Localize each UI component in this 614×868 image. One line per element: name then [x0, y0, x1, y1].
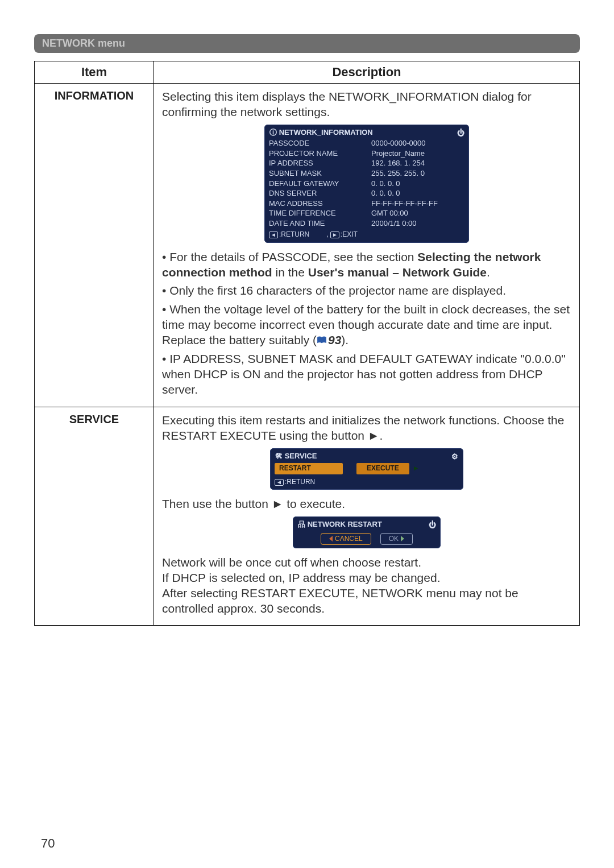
osd-service: 🛠 SERVICE ⚙ RESTART EXECUTE ► ◄:RETURN: [270, 448, 463, 490]
settings-table: Item Description INFORMATION Selecting t…: [34, 61, 580, 626]
right-key-icon: ►: [330, 232, 339, 238]
osd-execute-button[interactable]: EXECUTE: [356, 463, 409, 474]
osd-value: GMT 00:00: [371, 208, 445, 218]
table-row: SERVICE Executing this item restarts and…: [35, 407, 580, 625]
osd-value: FF-FF-FF-FF-FF-FF: [371, 199, 445, 209]
osd-label: DATE AND TIME: [269, 218, 349, 229]
info-icon: ⓘ: [269, 128, 277, 136]
table-row: INFORMATION Selecting this item displays…: [35, 84, 580, 407]
osd-label: PROJECTOR NAME: [269, 148, 349, 159]
left-key-icon: ◄: [275, 479, 284, 486]
col-header-description: Description: [154, 61, 580, 84]
right-arrow-icon: ►: [413, 464, 420, 473]
power-icon: ⏻: [428, 520, 436, 528]
service-p2: Then use the button ► to execute.: [162, 497, 571, 512]
osd-value: 0. 0. 0. 0: [371, 179, 445, 189]
osd-restart-label: RESTART: [275, 463, 343, 474]
left-arrow-icon: [329, 536, 333, 542]
osd-label: PASSCODE: [269, 138, 349, 148]
network-icon: 品: [297, 520, 305, 528]
power-icon: ⏻: [457, 129, 464, 137]
osd-label: DEFAULT GATEWAY: [269, 179, 349, 189]
osd-value: 0. 0. 0. 0: [371, 188, 445, 199]
item-service: SERVICE: [35, 407, 154, 625]
osd-title: NETWORK_INFORMATION: [279, 128, 373, 137]
wrench-icon: 🛠: [275, 452, 283, 460]
col-header-item: Item: [35, 61, 154, 84]
osd-label: DNS SERVER: [269, 188, 349, 199]
description-information: Selecting this item displays the NETWORK…: [154, 84, 580, 407]
ok-button[interactable]: OK: [380, 533, 413, 545]
osd-restart-title: NETWORK RESTART: [308, 520, 382, 528]
cancel-button[interactable]: CANCEL: [321, 533, 371, 545]
osd-network-information: ⓘ NETWORK_INFORMATION ⏻ PASSCODE PROJECT…: [264, 125, 469, 243]
service-p1: Executing this item restarts and initial…: [162, 413, 571, 444]
osd-label: TIME DIFFERENCE: [269, 208, 349, 218]
section-header: NETWORK menu: [34, 34, 580, 53]
info-bullet-2: • Only the first 16 characters of the pr…: [162, 283, 571, 299]
left-key-icon: ◄: [269, 232, 278, 238]
osd-value: 192. 168. 1. 254: [371, 158, 445, 168]
right-arrow-icon: [401, 536, 404, 542]
osd-value: 0000-0000-0000: [371, 138, 445, 148]
osd-label: IP ADDRESS: [269, 158, 349, 168]
osd-foot-exit: :EXIT: [341, 230, 358, 238]
info-bullet-3: • When the voltage level of the battery …: [162, 302, 571, 348]
osd-network-restart: 品 NETWORK RESTART ⏻ CANCEL OK: [293, 516, 441, 548]
service-p3: Network will be once cut off when choose…: [162, 555, 571, 617]
osd-value: 255. 255. 255. 0: [371, 168, 445, 179]
page-number: 70: [41, 836, 55, 851]
osd-foot-return: :RETURN: [279, 230, 309, 238]
info-bullet-4: • IP ADDRESS, SUBNET MASK and DEFAULT GA…: [162, 352, 571, 398]
description-service: Executing this item restarts and initial…: [154, 407, 580, 625]
osd-label: SUBNET MASK: [269, 168, 349, 179]
manual-page-ref: 93: [317, 333, 341, 348]
osd-label: MAC ADDRESS: [269, 199, 349, 209]
info-bullet-1: • For the details of PASSCODE, see the s…: [162, 250, 571, 280]
osd-value: 2000/1/1 0:00: [371, 218, 445, 229]
book-icon: [317, 336, 327, 344]
osd-service-title: SERVICE: [285, 452, 317, 460]
table-header-row: Item Description: [35, 61, 580, 84]
item-information: INFORMATION: [35, 84, 154, 407]
osd-foot-return: :RETURN: [285, 478, 315, 486]
settings-icon: ⚙: [451, 452, 459, 460]
osd-value: Projector_Name: [371, 148, 445, 159]
info-intro: Selecting this item displays the NETWORK…: [162, 89, 571, 120]
